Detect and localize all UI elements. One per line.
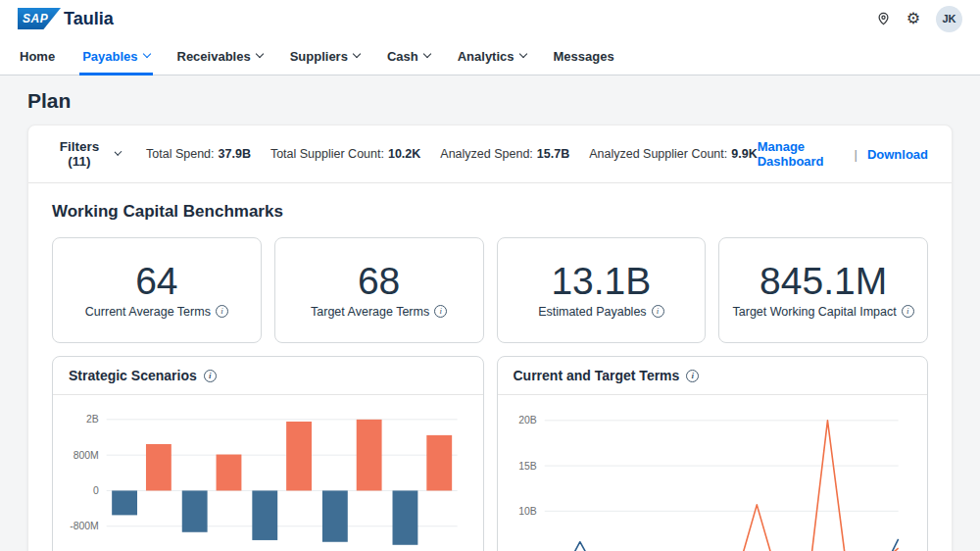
nav-item-analytics[interactable]: Analytics (458, 37, 526, 75)
svg-text:15B: 15B (518, 461, 537, 472)
kpi-label: Current Average Terms (85, 305, 211, 319)
chevron-down-icon (115, 148, 122, 156)
nav-item-home[interactable]: Home (20, 37, 55, 75)
strategic-scenarios-chart: 2B800M0-800M-2B (53, 395, 483, 551)
filter-toolbar: Filters (11) Total Spend:37.9B Total Sup… (28, 125, 952, 183)
info-icon[interactable] (216, 305, 228, 318)
chevron-down-icon (518, 50, 526, 58)
page-title: Plan (0, 75, 980, 125)
info-icon[interactable] (434, 305, 447, 318)
kpi-current-average-terms: 64 Current Average Terms (52, 237, 262, 343)
info-icon[interactable] (902, 305, 914, 318)
svg-text:-800M: -800M (70, 521, 99, 531)
stat-analyzed-supplier-count: Analyzed Supplier Count:9.9K (589, 147, 757, 161)
location-pin-icon[interactable] (876, 11, 891, 26)
strategic-scenarios-card: Strategic Scenarios 2B800M0-800M-2B (52, 356, 484, 551)
main-nav: Home Payables Receivables Suppliers Cash… (0, 37, 980, 75)
sap-logo-text: SAP (23, 12, 48, 25)
settings-gear-icon[interactable]: ⚙ (906, 11, 920, 26)
stat-analyzed-spend: Analyzed Spend:15.7B (440, 147, 569, 161)
kpi-target-working-capital-impact: 845.1M Target Working Capital Impact (718, 237, 928, 343)
nav-item-payables[interactable]: Payables (82, 37, 149, 75)
top-bar: SAP Taulia ⚙ JK (0, 0, 980, 37)
download-link[interactable]: Download (867, 147, 928, 162)
kpi-value: 64 (135, 262, 177, 302)
chevron-down-icon (142, 50, 150, 58)
nav-item-suppliers[interactable]: Suppliers (290, 37, 360, 75)
svg-text:800M: 800M (74, 450, 99, 461)
stat-total-supplier-count: Total Supplier Count:10.2K (270, 147, 420, 161)
charts-row: Strategic Scenarios 2B800M0-800M-2B Curr… (28, 343, 952, 551)
kpi-value: 13.1B (551, 262, 651, 302)
current-target-terms-card: Current and Target Terms 20B15B10B5B (497, 356, 929, 551)
toolbar-links: Manage Dashboard | Download (758, 139, 928, 169)
nav-item-messages[interactable]: Messages (554, 37, 614, 75)
chart-title: Strategic Scenarios (69, 368, 197, 383)
kpi-value: 68 (358, 262, 400, 302)
kpi-label: Target Average Terms (311, 305, 429, 319)
chevron-down-icon (255, 50, 263, 58)
summary-stats: Total Spend:37.9B Total Supplier Count:1… (146, 147, 758, 161)
filters-button[interactable]: Filters (11) (52, 139, 121, 169)
svg-text:2B: 2B (86, 414, 99, 425)
chart-title: Current and Target Terms (514, 368, 680, 383)
manage-dashboard-link[interactable]: Manage Dashboard (758, 139, 845, 169)
svg-text:20B: 20B (518, 415, 537, 426)
dashboard-card: Filters (11) Total Spend:37.9B Total Sup… (27, 125, 953, 551)
chevron-down-icon (353, 50, 361, 58)
kpi-label: Target Working Capital Impact (733, 305, 897, 319)
sap-logo-icon: SAP (18, 8, 61, 29)
kpi-target-average-terms: 68 Target Average Terms (274, 237, 484, 343)
user-avatar[interactable]: JK (936, 6, 962, 32)
link-separator: | (855, 147, 858, 162)
nav-item-cash[interactable]: Cash (387, 37, 430, 75)
brand-logo[interactable]: SAP Taulia (18, 8, 114, 29)
chevron-down-icon (422, 50, 430, 58)
benchmarks-section-title: Working Capital Benchmarks (28, 183, 952, 237)
info-icon[interactable] (204, 370, 217, 382)
nav-item-receivables[interactable]: Receivables (177, 37, 263, 75)
info-icon[interactable] (686, 370, 699, 382)
kpi-estimated-payables: 13.1B Estimated Payables (497, 237, 707, 343)
current-target-terms-chart: 20B15B10B5B (498, 395, 928, 551)
kpi-label: Estimated Payables (538, 305, 646, 319)
svg-text:0: 0 (93, 485, 99, 496)
svg-text:10B: 10B (518, 506, 537, 517)
kpi-row: 64 Current Average Terms 68 Target Avera… (28, 237, 952, 343)
brand-name: Taulia (64, 9, 114, 29)
kpi-value: 845.1M (760, 262, 887, 302)
stat-total-spend: Total Spend:37.9B (146, 147, 251, 161)
info-icon[interactable] (652, 305, 664, 318)
topbar-actions: ⚙ JK (876, 6, 962, 32)
